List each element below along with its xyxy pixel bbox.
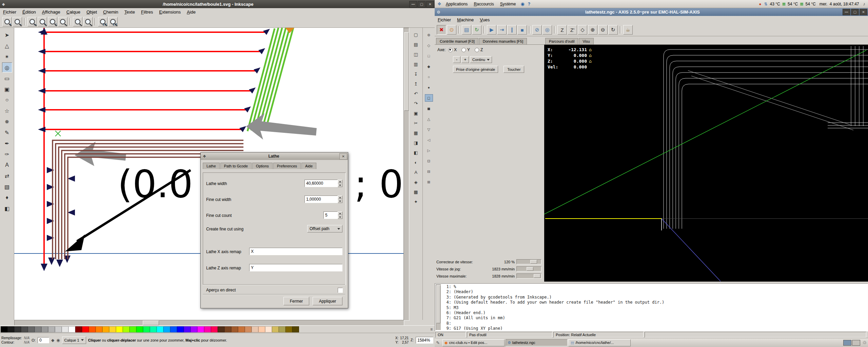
applications-menu-icon[interactable]: ❖ — [437, 1, 441, 6]
palette-swatch[interactable] — [96, 326, 102, 332]
palette-swatch[interactable] — [170, 326, 177, 332]
trash-icon[interactable]: ♲ — [862, 340, 867, 345]
star-tool[interactable]: ☆ — [2, 106, 12, 116]
zoom-page-button[interactable]: ▯ — [48, 17, 57, 26]
palette-swatch[interactable] — [109, 326, 116, 332]
palette-swatch[interactable] — [258, 326, 265, 332]
browser-launcher-icon[interactable]: ◉ — [520, 1, 524, 6]
menu-item[interactable]: Fichier — [435, 16, 454, 23]
axis-titlebar[interactable]: ⚙ lathetestz.ngc - AXIS 2.5.0~pre sur EM… — [435, 8, 868, 16]
dialog-tab[interactable]: Path to Gcode — [220, 163, 252, 169]
reload-button[interactable]: ↻ — [472, 25, 481, 35]
palette-swatch[interactable] — [48, 326, 55, 332]
clock[interactable]: mer. 4 août, 18:47:47 — [820, 2, 859, 6]
cut-button[interactable]: ✂ — [412, 119, 420, 127]
axis-radio[interactable]: Z — [475, 47, 483, 52]
zoom-tool[interactable]: ◎ — [2, 62, 12, 73]
pen-tool[interactable]: ✒ — [2, 138, 12, 148]
workspace-1[interactable] — [843, 340, 851, 346]
control-tab[interactable]: Contrôle manuel [F3] — [436, 38, 478, 44]
palette-swatch[interactable] — [41, 326, 48, 332]
sensor-icon[interactable]: ▦ — [782, 2, 786, 6]
snap-nodes-button[interactable]: ○ — [425, 73, 433, 81]
spin-down-icon[interactable] — [338, 215, 342, 219]
palette-swatch[interactable] — [143, 326, 150, 332]
dialog-tab[interactable]: Preferences — [273, 163, 301, 169]
palette-swatch[interactable] — [55, 326, 62, 332]
scrollbar-thumb[interactable] — [436, 285, 440, 323]
snap-bbox-edges-button[interactable]: □ — [425, 52, 433, 60]
close-button[interactable]: ✕ — [860, 9, 867, 15]
zoom-out-button[interactable]: − — [13, 17, 22, 26]
slider[interactable] — [516, 259, 541, 264]
preferences-button[interactable]: ✦ — [412, 198, 420, 206]
inkscape-titlebar[interactable]: ◆ /home/nico/cnc/lathe/boule1.svg - Inks… — [0, 0, 435, 8]
menu-item[interactable]: Filtres — [138, 8, 156, 16]
close-button[interactable]: ✕ — [426, 1, 434, 7]
snap-page-border-button[interactable]: ⊟ — [425, 168, 433, 175]
task-axis-button[interactable]: ⚙ lathetestz.ngc — [506, 339, 568, 346]
control-tab[interactable]: Données manuelles [F5] — [479, 38, 527, 44]
palette-swatch[interactable] — [68, 326, 75, 332]
spiral-tool[interactable]: ✵ — [2, 117, 12, 127]
panel-menu-item[interactable]: Raccourcis — [471, 1, 497, 7]
menu-item[interactable]: Édition — [19, 8, 39, 16]
menu-item[interactable]: Vues — [477, 16, 493, 23]
dialog-close-button[interactable]: ✕ — [339, 153, 347, 160]
panel-menu-item[interactable]: Applications — [443, 1, 471, 7]
view-perspective-button[interactable]: ◇ — [578, 25, 587, 35]
palette-swatch[interactable] — [35, 326, 41, 332]
slider-thumb[interactable] — [534, 274, 540, 278]
undo-button[interactable]: ↶ — [412, 89, 420, 98]
connector-tool[interactable]: ⇄ — [2, 171, 12, 181]
menu-item[interactable]: Affichage — [39, 8, 63, 16]
duplicate-button[interactable]: ◨ — [412, 139, 420, 147]
maximize-button[interactable]: ▢ — [851, 9, 859, 15]
layer-visibility-icon[interactable]: ◉ — [56, 338, 60, 343]
snap-midpoints-button[interactable]: ▽ — [425, 126, 433, 133]
zoom-page-width-button[interactable]: ↔ — [58, 17, 67, 26]
zoom-drawing-button[interactable]: ✎ — [38, 17, 47, 26]
palette-swatch[interactable] — [116, 326, 123, 332]
view-z-rotated-button[interactable]: Z' — [568, 25, 577, 35]
palette-swatch[interactable] — [285, 326, 292, 332]
palette-swatch[interactable] — [7, 326, 14, 332]
palette-swatch[interactable] — [21, 326, 28, 332]
spin-down-icon[interactable] — [338, 199, 342, 203]
dialog-tab[interactable]: Aide — [301, 163, 316, 169]
volume-icon[interactable]: ♪ — [863, 1, 866, 6]
zoom-in-button[interactable]: ⊕ — [588, 25, 597, 35]
palette-swatch[interactable] — [89, 326, 96, 332]
palette-swatch[interactable] — [136, 326, 143, 332]
network-icon[interactable]: ⇅ — [764, 2, 767, 6]
dropper-tool[interactable]: ♦ — [2, 192, 12, 203]
calligraphy-tool[interactable]: ✑ — [2, 149, 12, 159]
lathe-width-spinbox[interactable]: 40,60000 — [304, 180, 342, 187]
run-button[interactable]: ▶ — [487, 25, 496, 35]
selector-tool[interactable]: ➤ — [2, 30, 12, 40]
palette-swatch[interactable] — [292, 326, 299, 332]
fine-cut-width-spinbox[interactable]: 1,00000 — [304, 196, 342, 203]
snap-path-intersections-button[interactable]: ◻ — [425, 94, 433, 102]
snap-smooth-nodes-button[interactable]: △ — [425, 115, 433, 123]
zoom-1-1-button[interactable]: 1:1 — [98, 17, 107, 26]
rotate-view-button[interactable]: ↻ — [608, 25, 618, 35]
zoom-in-button[interactable]: + — [2, 17, 12, 26]
skip-lines-button[interactable]: ⊘ — [532, 25, 542, 35]
palette-swatch[interactable] — [150, 326, 157, 332]
palette-swatch[interactable] — [130, 326, 136, 332]
layer-lock-icon[interactable]: ◆ — [51, 338, 54, 343]
palette-swatch[interactable] — [75, 326, 82, 332]
lathe-x-remap-field[interactable]: X — [249, 248, 342, 255]
dialog-titlebar[interactable]: ❖ Lathe ✕ — [201, 152, 348, 160]
align-dialog-button[interactable]: ▩ — [412, 188, 420, 196]
scrollbar-thumb[interactable] — [143, 321, 159, 325]
snap-bbox-corners-button[interactable]: ◆ — [425, 63, 433, 70]
import-button[interactable]: ↧ — [412, 70, 420, 78]
stop-button[interactable]: ■ — [517, 25, 527, 35]
zoom-previous-button[interactable]: ← — [73, 17, 82, 26]
palette-swatch[interactable] — [28, 326, 35, 332]
xml-editor-button[interactable]: ◈ — [412, 178, 420, 186]
gradient-tool[interactable]: ▧ — [2, 182, 12, 192]
spin-up-icon[interactable] — [338, 196, 342, 199]
